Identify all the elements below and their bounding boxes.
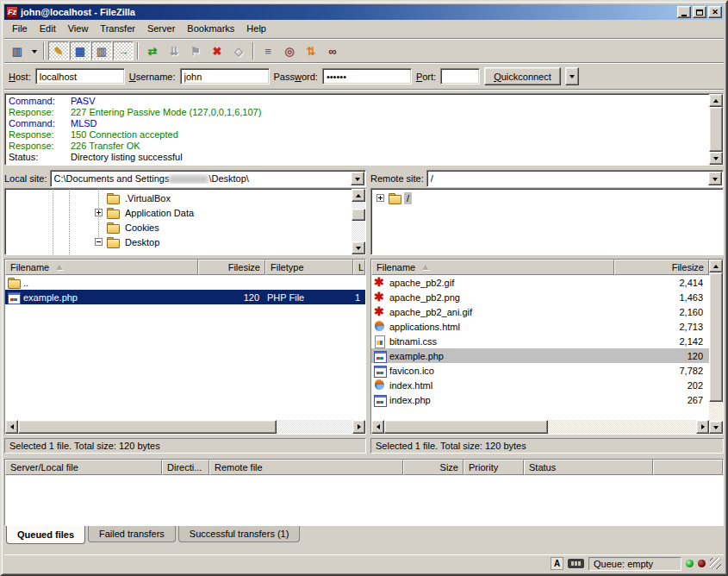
tab-queued-files[interactable]: Queued files <box>6 526 85 544</box>
minimize-button[interactable] <box>677 6 691 18</box>
column-header-remote-file[interactable]: Remote file <box>209 460 403 475</box>
host-input[interactable] <box>35 68 125 85</box>
file-row[interactable]: .. <box>5 275 365 290</box>
local-directory-tree: .VirtualBox Application Data Cookies <box>4 188 366 255</box>
file-icon <box>373 306 388 318</box>
tree-expander[interactable] <box>95 238 103 246</box>
log-scrollbar[interactable] <box>709 94 723 165</box>
scroll-down-button[interactable] <box>709 152 723 165</box>
scrollbar-track[interactable] <box>548 420 696 434</box>
password-input[interactable] <box>322 68 412 85</box>
column-header-server-local-file[interactable]: Server/Local file <box>5 460 162 475</box>
scroll-left-button[interactable] <box>5 420 18 434</box>
scroll-right-button[interactable] <box>696 420 709 434</box>
column-header-filename[interactable]: Filename <box>371 260 614 275</box>
tree-expander[interactable] <box>95 209 103 216</box>
close-icon: ✕ <box>712 9 719 16</box>
column-header-size[interactable]: Size <box>403 460 464 475</box>
log-line: Status: Directory listing successful <box>9 152 706 163</box>
scrollbar-thumb[interactable] <box>352 209 365 221</box>
scroll-up-button[interactable] <box>352 189 365 202</box>
file-row[interactable]: applications.html 2,713 <box>371 319 709 334</box>
scroll-down-button[interactable] <box>709 421 723 434</box>
column-header-direction[interactable]: Directi... <box>162 460 209 475</box>
scrollbar-track[interactable] <box>709 272 723 421</box>
column-header-status[interactable]: Status <box>524 460 653 475</box>
quickconnect-dropdown-button[interactable] <box>565 67 579 85</box>
port-input[interactable] <box>440 68 480 85</box>
close-button[interactable]: ✕ <box>708 6 722 18</box>
scrollbar-thumb[interactable] <box>709 107 723 152</box>
toolbar-refresh-button[interactable]: ⇄ <box>142 41 163 60</box>
toolbar-site-manager-button[interactable]: ▥ <box>7 41 28 60</box>
file-row[interactable]: index.html 202 <box>371 378 709 392</box>
file-row[interactable]: example.php 120 <box>371 348 709 363</box>
menu-server[interactable]: Server <box>141 22 181 35</box>
username-input[interactable] <box>180 68 270 85</box>
column-header-filesize[interactable]: Filesize <box>614 260 709 275</box>
remote-site-combo[interactable]: / <box>426 170 724 187</box>
scrollbar-thumb[interactable] <box>709 272 723 402</box>
tab-successful-transfers[interactable]: Successful transfers (1) <box>178 526 301 542</box>
scroll-up-button[interactable] <box>709 94 723 107</box>
menu-file[interactable]: File <box>6 22 34 35</box>
toolbar-disconnect-button[interactable]: ✖ <box>207 41 227 60</box>
scrollbar-track[interactable] <box>352 202 365 241</box>
scroll-left-button[interactable] <box>371 420 384 434</box>
tree-expander[interactable] <box>376 194 384 202</box>
toolbar-directory-comparison-button[interactable]: ◎ <box>279 41 300 60</box>
menu-view[interactable]: View <box>62 22 95 35</box>
local-site-combo[interactable]: C:\Documents and Settings\Desktop\ <box>50 170 366 187</box>
tab-failed-transfers[interactable]: Failed transfers <box>88 526 176 542</box>
column-header-filename[interactable]: Filename <box>5 260 198 275</box>
scroll-down-button[interactable] <box>352 241 365 254</box>
tree-item[interactable]: Desktop <box>5 235 352 249</box>
local-site-dropdown-button[interactable] <box>351 172 364 185</box>
menu-help[interactable]: Help <box>240 22 272 35</box>
file-row[interactable]: example.php 120 PHP File 1 <box>5 290 365 304</box>
toolbar-toggle-local-tree-button[interactable]: ▦ <box>70 41 90 60</box>
scrollbar-thumb[interactable] <box>384 420 548 434</box>
local-horizontal-scrollbar[interactable] <box>5 420 365 434</box>
file-row[interactable]: apache_pb2_ani.gif 2,160 <box>371 304 709 319</box>
remote-horizontal-scrollbar[interactable] <box>371 420 709 434</box>
menu-transfer[interactable]: Transfer <box>94 22 141 35</box>
scrollbar-track[interactable] <box>277 420 352 434</box>
toolbar-toggle-remote-tree-button[interactable]: ▥ <box>91 41 112 60</box>
column-header-filetype[interactable]: Filetype <box>265 260 353 275</box>
folder-icon <box>106 207 121 219</box>
file-row[interactable]: index.php 267 <box>371 392 709 407</box>
column-header-lastmodified[interactable]: L <box>353 260 365 275</box>
file-size: 202 <box>614 378 709 392</box>
resize-grip[interactable] <box>710 558 721 569</box>
menu-bookmarks[interactable]: Bookmarks <box>181 22 240 35</box>
column-header-priority[interactable]: Priority <box>464 460 524 475</box>
maximize-button[interactable] <box>693 6 706 18</box>
quickconnect-button[interactable]: Quickconnect <box>484 67 561 85</box>
file-row[interactable]: apache_pb2.gif 2,414 <box>371 275 709 290</box>
toolbar-directory-listing-filters-button[interactable]: ≡ <box>258 41 278 60</box>
scroll-up-button[interactable] <box>709 260 723 272</box>
toolbar-find-files-button[interactable]: ∞ <box>322 41 343 60</box>
file-row[interactable]: favicon.ico 7,782 <box>371 363 709 378</box>
tree-item[interactable]: / <box>371 191 723 205</box>
file-row[interactable]: bitnami.css 2,142 <box>371 334 709 348</box>
tree-item[interactable]: .VirtualBox <box>5 191 352 205</box>
toolbar-cancel-operation-button[interactable]: ⚑ <box>185 41 206 60</box>
scroll-right-button[interactable] <box>352 420 365 434</box>
remote-site-dropdown-button[interactable] <box>708 172 722 185</box>
scrollbar-thumb[interactable] <box>18 420 277 434</box>
toolbar-reconnect-button[interactable]: ◇ <box>228 41 249 60</box>
toolbar-toggle-message-log-button[interactable]: ✎ <box>48 41 69 60</box>
column-header-filesize[interactable]: Filesize <box>198 260 265 275</box>
remote-vertical-scrollbar[interactable] <box>709 260 723 434</box>
local-tree-scrollbar[interactable] <box>352 189 365 254</box>
toolbar-toggle-transfer-queue-button[interactable]: → <box>113 41 134 60</box>
toolbar-site-manager-dropdown-button[interactable] <box>28 41 40 60</box>
menu-edit[interactable]: Edit <box>34 22 62 35</box>
file-row[interactable]: apache_pb2.png 1,463 <box>371 290 709 304</box>
toolbar-synchronized-browsing-button[interactable]: ⇅ <box>301 41 321 60</box>
tree-item[interactable]: Cookies <box>5 220 352 235</box>
tree-item[interactable]: Application Data <box>5 205 352 220</box>
toolbar-process-queue-button[interactable]: ⇊ <box>164 41 184 60</box>
